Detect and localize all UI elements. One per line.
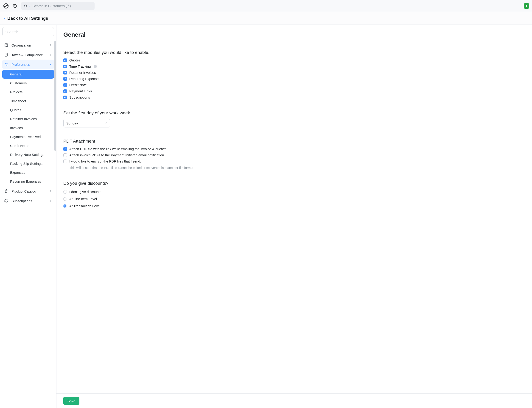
chevron-right-icon bbox=[49, 43, 52, 47]
sidebar-item-expenses[interactable]: Expenses bbox=[2, 168, 54, 177]
chevron-right-icon bbox=[49, 53, 52, 57]
sidebar-item-packing-slip[interactable]: Packing Slip Settings bbox=[2, 159, 54, 168]
sidebar-search[interactable] bbox=[2, 27, 54, 36]
pdf-label: Attach PDF file with the link while emai… bbox=[69, 147, 166, 151]
module-row: Time Trackingi bbox=[63, 64, 525, 68]
add-button[interactable] bbox=[524, 3, 529, 9]
pdf-row: I would like to encrypt the PDF files th… bbox=[63, 159, 525, 163]
refresh-button[interactable] bbox=[12, 3, 18, 9]
sidebar-item-projects[interactable]: Projects bbox=[2, 88, 54, 96]
checkbox[interactable] bbox=[63, 160, 67, 163]
pdf-label: PDF Attachment bbox=[63, 139, 525, 144]
back-to-settings-link[interactable]: Back to All Settings bbox=[3, 16, 48, 21]
page-title: General bbox=[63, 31, 525, 38]
chevron-down-icon bbox=[104, 121, 107, 125]
workweek-value: Sunday bbox=[66, 121, 78, 125]
back-row: Back to All Settings bbox=[0, 12, 532, 25]
modules-label: Select the modules you would like to ena… bbox=[63, 50, 525, 55]
checkbox[interactable] bbox=[63, 96, 67, 99]
module-row: Credit Note bbox=[63, 83, 525, 87]
sidebar-item-payments-received[interactable]: Payments Received bbox=[2, 132, 54, 141]
module-label: Time Tracking bbox=[69, 64, 91, 68]
save-button[interactable]: Save bbox=[63, 397, 80, 405]
global-search[interactable]: Search in Customers ( / ) bbox=[21, 2, 95, 10]
checkbox[interactable] bbox=[63, 83, 67, 87]
discounts-list: I don't give discountsAt Line Item Level… bbox=[63, 189, 525, 209]
module-row: Recurring Expense bbox=[63, 77, 525, 81]
chevron-down-icon bbox=[49, 63, 52, 67]
sidebar-item-delivery-note[interactable]: Delivery Note Settings bbox=[2, 150, 54, 159]
pdf-row: Attach invoice PDFs to the Payment Initi… bbox=[63, 153, 525, 157]
sidebar-item-invoices[interactable]: Invoices bbox=[2, 123, 54, 132]
sidebar-section-preferences[interactable]: Preferences bbox=[2, 60, 54, 69]
svg-point-1 bbox=[25, 5, 27, 7]
svg-point-5 bbox=[5, 32, 6, 32]
bag-icon bbox=[4, 189, 9, 193]
refresh-icon bbox=[4, 199, 9, 203]
checkbox[interactable] bbox=[63, 71, 67, 75]
preferences-submenu: General Customers Projects Timesheet Quo… bbox=[2, 69, 54, 186]
pdf-hint: This will ensure that the PDF files cann… bbox=[69, 166, 525, 170]
sidebar-item-retainer-invoices[interactable]: Retainer Invoices bbox=[2, 114, 54, 123]
module-label: Quotes bbox=[69, 58, 80, 62]
main-content: General Select the modules you would lik… bbox=[56, 25, 532, 408]
discount-option[interactable]: At Line Item Level bbox=[63, 196, 525, 202]
discount-option[interactable]: At Transaction Level bbox=[63, 203, 525, 209]
building-icon bbox=[4, 43, 9, 47]
app-logo[interactable] bbox=[3, 3, 9, 9]
pdf-label: Attach invoice PDFs to the Payment Initi… bbox=[69, 153, 165, 157]
discounts-label: Do you give discounts? bbox=[63, 181, 525, 186]
pdf-row: Attach PDF file with the link while emai… bbox=[63, 147, 525, 151]
radio[interactable] bbox=[63, 197, 67, 201]
checkbox[interactable] bbox=[63, 59, 67, 62]
module-row: Subscriptions bbox=[63, 95, 525, 99]
module-row: Payment Links bbox=[63, 89, 525, 93]
module-label: Subscriptions bbox=[69, 95, 90, 99]
checkbox[interactable] bbox=[63, 153, 67, 157]
discount-label: I don't give discounts bbox=[69, 190, 101, 194]
info-icon[interactable]: i bbox=[94, 65, 97, 68]
radio[interactable] bbox=[63, 190, 67, 194]
back-label: Back to All Settings bbox=[7, 16, 48, 21]
module-label: Retainer Invoices bbox=[69, 71, 96, 75]
document-icon bbox=[4, 53, 9, 57]
search-placeholder: Search in Customers ( / ) bbox=[33, 4, 71, 8]
footer: Save bbox=[56, 393, 532, 408]
checkbox[interactable] bbox=[63, 89, 67, 93]
sidebar-section-organization[interactable]: Organization bbox=[2, 40, 54, 50]
module-label: Payment Links bbox=[69, 89, 92, 93]
svg-point-12 bbox=[7, 65, 7, 66]
search-icon bbox=[24, 4, 31, 8]
workweek-select[interactable]: Sunday bbox=[63, 119, 110, 128]
chevron-right-icon bbox=[49, 189, 52, 193]
sidebar-section-taxes[interactable]: Taxes & Compliance bbox=[2, 50, 54, 60]
sidebar-item-customers[interactable]: Customers bbox=[2, 79, 54, 88]
sidebar-section-product-catalog[interactable]: Product Catalog bbox=[2, 186, 54, 196]
module-row: Retainer Invoices bbox=[63, 71, 525, 75]
discount-label: At Transaction Level bbox=[69, 204, 100, 208]
checkbox[interactable] bbox=[63, 65, 67, 68]
svg-point-9 bbox=[5, 63, 6, 64]
sliders-icon bbox=[4, 62, 9, 67]
checkbox[interactable] bbox=[63, 77, 67, 81]
sidebar-item-general[interactable]: General bbox=[2, 70, 54, 79]
modules-list: QuotesTime TrackingiRetainer InvoicesRec… bbox=[63, 58, 525, 99]
sidebar-item-recurring-expenses[interactable]: Recurring Expenses bbox=[2, 177, 54, 186]
svg-line-2 bbox=[27, 7, 27, 7]
settings-sidebar: Organization Taxes & Compliance Preferen… bbox=[0, 25, 56, 408]
pdf-label: I would like to encrypt the PDF files th… bbox=[69, 159, 141, 163]
radio[interactable] bbox=[63, 204, 67, 208]
sidebar-item-credit-notes[interactable]: Credit Notes bbox=[2, 141, 54, 150]
discount-option[interactable]: I don't give discounts bbox=[63, 189, 525, 194]
pdf-list: Attach PDF file with the link while emai… bbox=[63, 147, 525, 170]
sidebar-section-subscriptions[interactable]: Subscriptions bbox=[2, 196, 54, 206]
workweek-label: Set the first day of your work week bbox=[63, 110, 525, 116]
checkbox[interactable] bbox=[63, 147, 67, 151]
sidebar-item-quotes[interactable]: Quotes bbox=[2, 105, 54, 114]
sidebar-search-input[interactable] bbox=[7, 30, 51, 34]
module-label: Recurring Expense bbox=[69, 77, 99, 81]
chevron-right-icon bbox=[49, 199, 52, 203]
sidebar-item-timesheet[interactable]: Timesheet bbox=[2, 96, 54, 105]
module-label: Credit Note bbox=[69, 83, 87, 87]
svg-rect-7 bbox=[5, 43, 8, 47]
